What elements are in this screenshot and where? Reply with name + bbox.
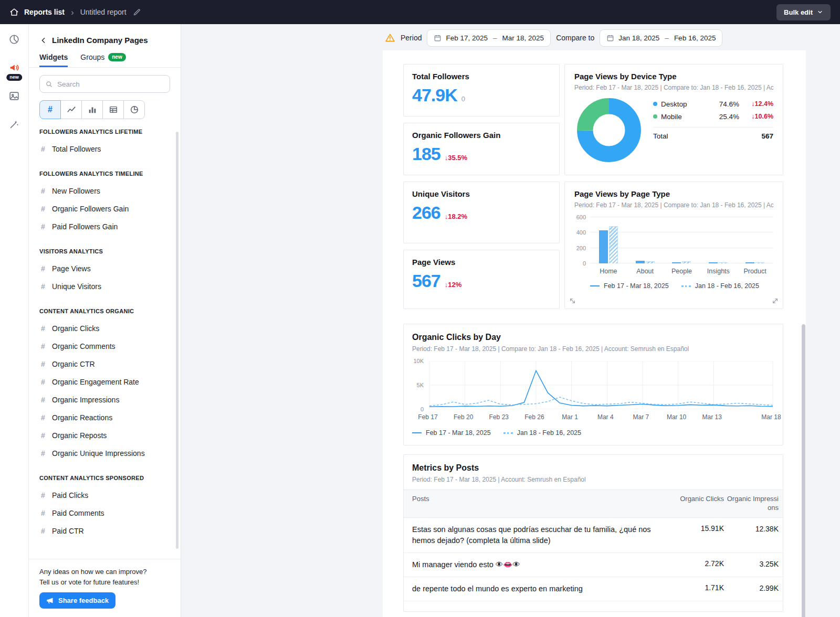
x-tick-label: Feb 20 <box>454 413 473 421</box>
sidebar-item-new-followers[interactable]: #New Followers <box>39 182 173 200</box>
ai-wand-icon[interactable] <box>7 118 21 131</box>
posts-table-body: Estas son algunas cosas que podrías escu… <box>412 518 774 601</box>
period-end-date: Mar 18, 2025 <box>502 34 544 42</box>
y-tick-label: 0 <box>421 406 424 412</box>
bar-group-insights <box>709 262 728 263</box>
post-organic-clicks: 2.72K <box>666 559 724 568</box>
sidebar-item-label: Organic CTR <box>52 360 95 368</box>
sidebar-item-organic-engagement-rate[interactable]: #Organic Engagement Rate <box>39 373 173 391</box>
search-input[interactable] <box>57 80 164 88</box>
widget-organic-clicks-by-day[interactable]: Organic Clicks by Day Period: Feb 17 - M… <box>403 324 783 445</box>
bulk-edit-button[interactable]: Bulk edit <box>776 4 831 20</box>
legend-label: Mobile <box>661 113 708 121</box>
bar-groups <box>590 217 773 263</box>
sidebar-item-paid-clicks[interactable]: #Paid Clicks <box>39 486 173 504</box>
sidebar-item-paid-comments[interactable]: #Paid Comments <box>39 504 173 522</box>
sidebar-item-organic-impressions[interactable]: #Organic Impressions <box>39 391 173 409</box>
sidebar-item-organic-reactions[interactable]: #Organic Reactions <box>39 409 173 427</box>
compare-date-picker[interactable]: Jan 18, 2025 – Feb 16, 2025 <box>600 29 722 47</box>
type-pie-chart-button[interactable] <box>123 100 145 119</box>
bar-current <box>709 262 718 263</box>
clicks-x-labels: Feb 17Feb 20Feb 23Feb 26Mar 1Mar 4Mar 7M… <box>428 413 774 422</box>
share-feedback-button[interactable]: Share feedback <box>39 592 116 609</box>
new-badge: new <box>6 74 22 81</box>
y-tick-label: 400 <box>576 229 586 236</box>
sidebar-header: LinkedIn Company Pages Widgets Groups ne… <box>29 24 181 119</box>
sidebar-item-paid-followers-gain[interactable]: #Paid Followers Gain <box>39 218 173 236</box>
sidebar-title: LinkedIn Company Pages <box>52 36 148 45</box>
sidebar-item-label: Total Followers <box>52 145 101 153</box>
posts-table-row[interactable]: Estas son algunas cosas que podrías escu… <box>404 518 783 553</box>
table-icon <box>109 105 118 114</box>
posts-table-row[interactable]: de repente todo el mundo es experto en m… <box>404 577 783 601</box>
y-tick-label: 600 <box>576 214 586 220</box>
widget-metrics-by-posts[interactable]: Metrics by Posts Period: Feb 17 - Mar 18… <box>403 454 783 612</box>
period-start-date: Feb 17, 2025 <box>446 34 488 42</box>
widget-unique-visitors[interactable]: Unique Visitors 266 ↓18.2% <box>403 182 560 243</box>
social-media-icon[interactable]: new <box>7 61 21 75</box>
widget-page-views-by-device-type[interactable]: Page Views by Device Type Period: Feb 17… <box>564 64 783 175</box>
sidebar-item-paid-ctr[interactable]: #Paid CTR <box>39 522 173 540</box>
resize-handle-left-icon[interactable] <box>569 297 576 304</box>
sidebar-item-unique-visitors[interactable]: #Unique Visitors <box>39 278 173 295</box>
sidebar-item-page-views[interactable]: #Page Views <box>39 260 173 278</box>
pagetype-legend: Feb 17 - Mar 18, 2025 Jan 18 - Feb 16, 2… <box>590 282 773 290</box>
tab-groups[interactable]: Groups new <box>80 53 125 67</box>
home-icon[interactable] <box>9 7 19 17</box>
sidebar-item-total-followers[interactable]: #Total Followers <box>39 140 173 158</box>
sidebar-section-title: FOLLOWERS ANALYTICS TIMELINE <box>39 171 173 177</box>
x-tick-label: Mar 1 <box>562 413 578 421</box>
resize-handle-right-icon[interactable] <box>772 297 779 304</box>
type-line-chart-button[interactable] <box>60 100 82 119</box>
bar-compare <box>719 262 728 263</box>
type-table-button[interactable] <box>102 100 124 119</box>
sidebar-item-organic-clicks[interactable]: #Organic Clicks <box>39 320 173 337</box>
search-box[interactable] <box>39 75 170 93</box>
category-label: About <box>627 268 664 275</box>
breadcrumb-reports-list[interactable]: Reports list <box>24 8 65 16</box>
legend-value: 25.4% <box>712 113 739 121</box>
search-icon <box>45 80 53 88</box>
posts-table-row[interactable]: Mi manager viendo esto 👁👄👁2.72K3.25K <box>404 553 783 577</box>
report-title[interactable]: Untitled report <box>80 8 127 16</box>
dotted-line-swatch <box>503 432 513 434</box>
type-number-button[interactable]: # <box>39 100 61 119</box>
sidebar-scrollbar[interactable] <box>176 132 178 549</box>
widget-organic-followers-gain[interactable]: Organic Followers Gain 185 ↓35.5% <box>403 123 560 175</box>
widget-page-views-by-page-type[interactable]: Page Views by Page Type Period: Feb 17 -… <box>564 182 783 309</box>
bar-chart-icon <box>88 105 97 114</box>
sidebar-item-organic-unique-impressions[interactable]: #Organic Unique Impressions <box>39 444 173 462</box>
period-date-picker[interactable]: Feb 17, 2025 – Mar 18, 2025 <box>427 29 551 47</box>
sidebar-item-organic-ctr[interactable]: #Organic CTR <box>39 355 173 373</box>
report-canvas: Total Followers 47.9K 0 Page Views by De… <box>383 50 806 617</box>
widget-title: Total Followers <box>412 72 551 81</box>
total-value: 567 <box>761 132 773 140</box>
post-organic-clicks: 1.71K <box>666 583 724 592</box>
widget-total-followers[interactable]: Total Followers 47.9K 0 <box>403 64 560 116</box>
main-scrollbar[interactable] <box>802 324 805 617</box>
device-legend-row: Desktop74.6%↓12.4% <box>653 98 773 110</box>
sidebar-item-organic-followers-gain[interactable]: #Organic Followers Gain <box>39 200 173 218</box>
widget-title: Page Views <box>412 258 551 267</box>
media-library-icon[interactable] <box>7 89 21 103</box>
device-total-row: Total 567 <box>653 127 773 140</box>
tab-widgets[interactable]: Widgets <box>39 53 68 67</box>
sidebar-item-organic-reposts[interactable]: #Organic Reposts <box>39 427 173 444</box>
edit-title-icon[interactable] <box>133 8 141 16</box>
widget-page-views[interactable]: Page Views 567 ↓12% <box>403 250 560 309</box>
type-bar-chart-button[interactable] <box>81 100 103 119</box>
reports-chart-icon[interactable] <box>7 33 21 46</box>
sidebar-item-organic-comments[interactable]: #Organic Comments <box>39 337 173 355</box>
sidebar-section-title: VISITORS ANALYTICS <box>39 248 173 254</box>
bar-group-about <box>636 261 655 263</box>
bar-current <box>636 261 645 263</box>
warning-icon[interactable] <box>385 33 395 43</box>
sidebar-item-label: Organic Clicks <box>52 324 99 333</box>
sidebar-item-label: Organic Reactions <box>52 413 112 422</box>
widget-meta: Period: Feb 17 - Mar 18, 2025 | Compare … <box>574 84 773 91</box>
clicks-line-chart <box>428 361 774 409</box>
number-widget-icon: # <box>39 360 47 368</box>
back-button[interactable] <box>39 36 48 45</box>
range-separator: – <box>493 34 497 42</box>
number-widget-icon: # <box>39 205 47 213</box>
